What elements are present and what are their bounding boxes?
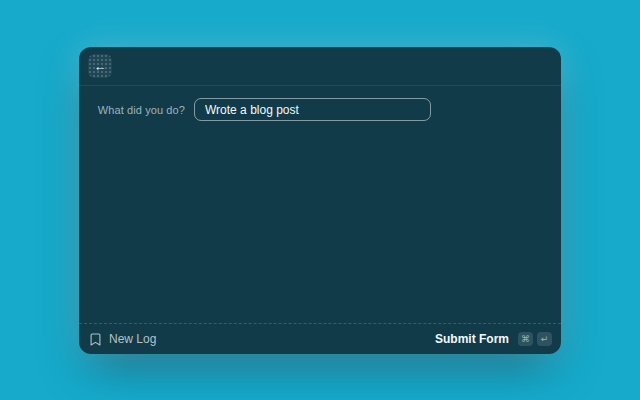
window-footer: New Log Submit Form ⌘ ↵ xyxy=(79,323,561,354)
form-row: What did you do? xyxy=(79,98,561,121)
new-log-label: New Log xyxy=(109,332,156,346)
submit-form-label: Submit Form xyxy=(435,332,509,346)
form-window: ← What did you do? New Log Submit Form ⌘… xyxy=(79,47,561,354)
back-arrow-icon: ← xyxy=(94,60,107,73)
bookmark-icon xyxy=(90,333,101,346)
back-button[interactable]: ← xyxy=(88,54,112,78)
enter-key-icon: ↵ xyxy=(537,332,552,346)
command-key-icon: ⌘ xyxy=(518,332,533,346)
window-header: ← xyxy=(79,47,561,86)
form-body: What did you do? xyxy=(79,86,561,323)
new-log-action[interactable]: New Log xyxy=(90,332,156,346)
field-label: What did you do? xyxy=(79,104,194,116)
submit-form-action[interactable]: Submit Form ⌘ ↵ xyxy=(435,332,552,346)
answer-input[interactable] xyxy=(194,98,431,121)
